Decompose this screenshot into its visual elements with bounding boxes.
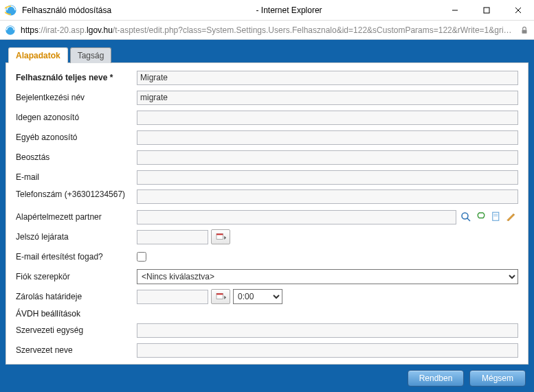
lock-icon bbox=[519, 25, 530, 36]
label-other-id: Egyéb azonosító bbox=[16, 132, 137, 142]
url-dim2: /t-asptest/edit.php?class=System.Setting… bbox=[113, 25, 515, 35]
label-org-unit: Szervezeti egység bbox=[16, 325, 137, 335]
window-titlebar: Felhasználó módosítása - Internet Explor… bbox=[0, 0, 534, 21]
dialog-frame: Alapadatok Tagság Felhasználó teljes nev… bbox=[0, 40, 534, 392]
label-foreign-id: Idegen azonosító bbox=[16, 113, 137, 122]
label-org-name: Szervezet neve bbox=[16, 345, 137, 355]
ie-icon bbox=[4, 3, 18, 17]
label-account-role: Fiók szerepkör bbox=[16, 272, 137, 281]
search-icon[interactable] bbox=[459, 210, 473, 224]
input-position[interactable] bbox=[137, 150, 518, 165]
input-default-partner[interactable] bbox=[137, 210, 456, 224]
minimize-button[interactable] bbox=[439, 0, 471, 21]
label-email-notify: E-mail értesítést fogad? bbox=[16, 252, 137, 262]
checkbox-email-notify[interactable] bbox=[137, 252, 146, 262]
input-phone[interactable] bbox=[137, 189, 518, 204]
input-pw-expiry[interactable] bbox=[137, 230, 208, 244]
label-full-name: Felhasználó teljes neve * bbox=[16, 73, 137, 82]
cancel-button[interactable]: Mégsem bbox=[469, 370, 526, 387]
close-button[interactable] bbox=[502, 0, 534, 21]
window-title-left: Felhasználó módosítása bbox=[22, 5, 111, 15]
input-full-name[interactable] bbox=[137, 71, 518, 85]
input-foreign-id[interactable] bbox=[137, 111, 518, 125]
url-scheme: https bbox=[21, 25, 38, 35]
url-host: lgov.hu bbox=[87, 25, 113, 35]
input-email[interactable] bbox=[137, 170, 518, 185]
svg-marker-17 bbox=[224, 296, 226, 299]
datepicker-pw-expiry[interactable] bbox=[211, 229, 230, 244]
link-icon[interactable] bbox=[474, 210, 488, 224]
form-panel: Felhasználó teljes neve * Bejelentkezési… bbox=[5, 62, 529, 365]
select-account-role[interactable]: <Nincs kiválasztva> bbox=[137, 269, 518, 284]
svg-rect-13 bbox=[216, 233, 223, 235]
partner-tools bbox=[459, 210, 518, 224]
svg-rect-2 bbox=[484, 8, 489, 13]
label-pw-expiry: Jelszó lejárata bbox=[16, 232, 137, 242]
input-lock-deadline-date[interactable] bbox=[137, 290, 208, 304]
ie-small-icon bbox=[4, 24, 16, 36]
svg-rect-16 bbox=[216, 293, 223, 295]
svg-marker-14 bbox=[224, 236, 226, 240]
input-org-unit[interactable] bbox=[137, 323, 518, 338]
tab-tagsag[interactable]: Tagság bbox=[70, 47, 112, 63]
section-avdh: ÁVDH beállítások bbox=[16, 309, 518, 319]
address-url[interactable]: https://irat-20.asp.lgov.hu/t-asptest/ed… bbox=[21, 25, 515, 35]
button-row: Rendben Mégsem bbox=[5, 365, 529, 387]
label-login-name: Bejelentkezési név bbox=[16, 93, 137, 102]
input-org-name[interactable] bbox=[137, 343, 518, 358]
label-default-partner: Alapértelmezett partner bbox=[16, 212, 137, 222]
svg-rect-9 bbox=[493, 212, 499, 220]
tab-row: Alapadatok Tagság bbox=[5, 47, 529, 62]
svg-line-8 bbox=[467, 218, 471, 222]
label-phone: Telefonszám (+36301234567) bbox=[16, 189, 137, 199]
url-dim1: ://irat-20.asp. bbox=[38, 25, 87, 35]
address-bar: https://irat-20.asp.lgov.hu/t-asptest/ed… bbox=[0, 21, 534, 40]
tab-alapadatok[interactable]: Alapadatok bbox=[8, 47, 68, 63]
label-email: E-mail bbox=[16, 172, 137, 182]
input-other-id[interactable] bbox=[137, 130, 518, 145]
label-lock-deadline: Zárolás határideje bbox=[16, 292, 137, 301]
svg-rect-6 bbox=[522, 30, 527, 33]
label-position: Beosztás bbox=[16, 152, 137, 162]
ok-button[interactable]: Rendben bbox=[408, 370, 464, 387]
input-login-name[interactable] bbox=[137, 91, 518, 105]
edit-icon[interactable] bbox=[504, 210, 518, 224]
maximize-button[interactable] bbox=[471, 0, 502, 21]
datepicker-lock-deadline[interactable] bbox=[211, 289, 230, 304]
select-lock-deadline-time[interactable]: 0:00 bbox=[233, 289, 282, 304]
new-doc-icon[interactable] bbox=[489, 210, 503, 224]
window-title-center: - Internet Explorer bbox=[139, 5, 439, 15]
window-buttons bbox=[439, 0, 534, 21]
